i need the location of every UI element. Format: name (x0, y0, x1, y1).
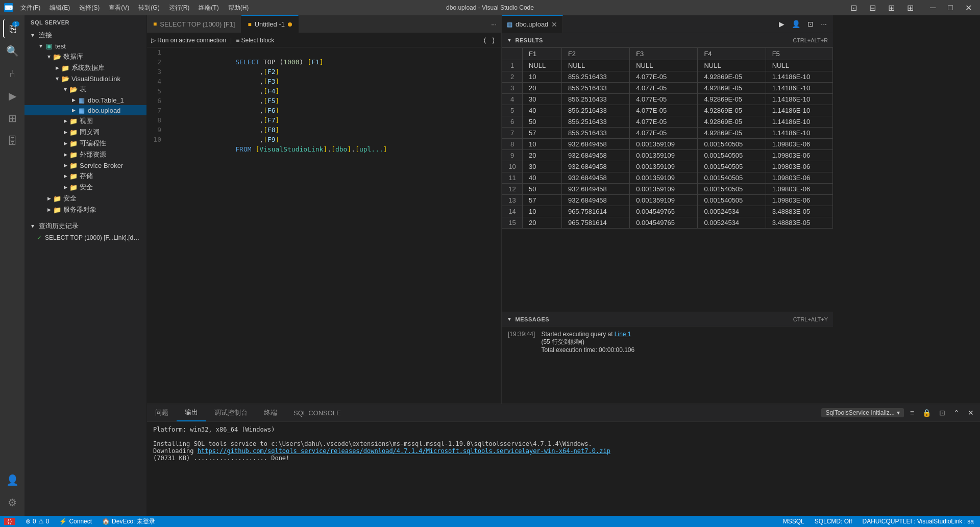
sidebar: SQL SERVER 连接 ▣ test 📂 数据库 (24, 15, 147, 516)
status-mssql[interactable]: MSSQL (781, 518, 806, 525)
results-tab-close[interactable]: ✕ (551, 20, 557, 29)
editor-toolbar: ▷ Run on active connection | ≡ Select bl… (147, 33, 501, 47)
cell-f3: 0.001359109 (630, 139, 698, 150)
editor-tab-sql[interactable]: ■ SELECT TOP (1000) [F1] (147, 15, 241, 33)
panel-list-icon[interactable]: ≡ (908, 409, 916, 417)
activity-database[interactable]: 🗄 (3, 132, 21, 150)
col-header-f1[interactable]: F1 (523, 48, 562, 60)
panel-close-icon[interactable]: ✕ (966, 409, 976, 417)
download-link[interactable]: https://github.com/sqltools service/rele… (198, 447, 610, 455)
status-remote[interactable]: ⟨⟩ (4, 518, 15, 525)
cell-f4: 0.001540505 (698, 184, 766, 195)
activity-run[interactable]: ▶ (3, 87, 21, 105)
table2-icon: ▦ (78, 106, 86, 114)
activity-settings[interactable]: ⚙ (3, 493, 21, 512)
sidebar-item-tables[interactable]: 📂 表 (24, 84, 146, 95)
panel-tab-problems[interactable]: 问题 (147, 404, 177, 421)
col-header-f3[interactable]: F3 (630, 48, 698, 60)
cell-f1: 30 (523, 161, 562, 172)
panel-copy-icon[interactable]: ⊡ (937, 409, 947, 417)
editor-tab-untitled[interactable]: ■ Untitled -1 (241, 15, 299, 33)
col-header-f4[interactable]: F4 (698, 48, 766, 60)
status-sqlcmd[interactable]: SQLCMD: Off (813, 518, 854, 525)
title-bar-left: ⌨ 文件(F) 编辑(E) 选择(S) 查看(V) 转到(G) 运行(R) 终端… (4, 3, 253, 13)
sidebar-item-table2[interactable]: ▦ dbo.upload (24, 105, 146, 115)
panel-tab-sql-console[interactable]: SQL CONSOLE (285, 404, 349, 421)
sidebar-item-databases[interactable]: 📂 数据库 (24, 51, 146, 62)
code-content[interactable]: SELECT TOP (1000) [F1] ,[F2] ,[F3] ,[F4] (167, 47, 494, 404)
sidebar-item-connection[interactable]: 连接 (24, 30, 146, 41)
data-table-container[interactable]: F1 F2 F3 F4 F5 1 NULL NULL NULL NULL (502, 47, 833, 312)
sidebar-item-visualstudiolink[interactable]: 📂 VisualStudioLink (24, 73, 146, 84)
toolbar-separator: | (230, 37, 232, 44)
output-dropdown[interactable]: SqlToolsService Initializ... ▾ (821, 408, 903, 417)
run-icon-btn[interactable]: ▶ (777, 20, 787, 28)
sidebar-item-table1[interactable]: ▦ dbo.Table_1 (24, 95, 146, 105)
history-item-1[interactable]: ✓ SELECT TOP (1000) [F...Link].[dbo].[up… (24, 233, 146, 243)
vsl-label: VisualStudioLink (71, 75, 120, 83)
sidebar-item-synonyms[interactable]: 📁 同义词 (24, 127, 146, 138)
col-header-row-num (502, 48, 523, 60)
menu-terminal[interactable]: 终端(T) (194, 3, 223, 13)
history-header[interactable]: 查询历史记录 (24, 219, 146, 233)
person-icon-btn[interactable]: 👤 (790, 20, 802, 28)
sidebar-item-external[interactable]: 📁 外部资源 (24, 149, 146, 160)
split-icon[interactable]: ⊞ (884, 3, 899, 13)
activity-account[interactable]: 👤 (3, 471, 21, 489)
sidebar-item-storage[interactable]: 📁 存储 (24, 170, 146, 182)
minimize-button[interactable]: ─ (926, 3, 940, 12)
menu-help[interactable]: 帮助(H) (224, 3, 253, 13)
editor-icon-1[interactable]: ⟨ (481, 36, 488, 44)
table-row: 15 20 965.7581614 0.004549765 0.00524534… (502, 217, 833, 229)
sidebar-item-programmability[interactable]: 📁 可编程性 (24, 138, 146, 149)
sidebar-item-security[interactable]: 📁 安全 (24, 193, 146, 204)
sidebar-item-views[interactable]: 📁 视图 (24, 115, 146, 127)
sidebar-item-systemdb[interactable]: 📁 系统数据库 (24, 62, 146, 73)
menu-view[interactable]: 查看(V) (105, 3, 133, 13)
cell-row-num: 10 (502, 161, 523, 172)
panel-tab-debug[interactable]: 调试控制台 (206, 404, 256, 421)
sidebar-item-server[interactable]: ▣ test (24, 41, 146, 51)
activity-extensions[interactable]: ⊞ (3, 109, 21, 128)
panels-icon[interactable]: ⊟ (865, 3, 880, 13)
split-icon-btn[interactable]: ⊡ (805, 20, 816, 28)
status-errors[interactable]: ⊗ 0 ⚠ 0 (23, 518, 51, 525)
col-header-f5[interactable]: F5 (766, 48, 832, 60)
sidebar-item-security-vsl[interactable]: 📁 安全 (24, 182, 146, 193)
activity-search[interactable]: 🔍 (3, 42, 21, 60)
status-user[interactable]: DAHU\CQUPTLEI : VisualStudioLink : sa (860, 518, 976, 525)
grid-icon[interactable]: ⊞ (903, 3, 918, 13)
more-icon-btn[interactable]: ··· (819, 20, 829, 28)
menu-goto[interactable]: 转到(G) (134, 3, 163, 13)
menu-file[interactable]: 文件(F) (16, 3, 44, 13)
cell-f4: 0.001540505 (698, 139, 766, 150)
status-connect[interactable]: ⚡ Connect (57, 518, 94, 525)
menu-edit[interactable]: 编辑(E) (45, 3, 74, 13)
tab-more-button[interactable]: ··· (487, 15, 501, 33)
status-deveco[interactable]: 🏠 DevEco: 未登录 (100, 517, 157, 526)
databases-label: 数据库 (63, 52, 83, 61)
sidebar-item-service-broker[interactable]: 📁 Service Broker (24, 160, 146, 170)
panel-tab-terminal[interactable]: 终端 (256, 404, 285, 421)
editor-scrollbar[interactable] (494, 47, 501, 404)
results-tab[interactable]: ▦ dbo.upload ✕ (502, 15, 563, 33)
message-line-3: Total execution time: 00:00:00.106 (541, 346, 634, 354)
sidebar-item-server-objects[interactable]: 📁 服务器对象 (24, 204, 146, 215)
layout-icon[interactable]: ⊡ (846, 3, 861, 13)
select-block-button[interactable]: ≡ Select block (236, 37, 274, 44)
col-header-f2[interactable]: F2 (561, 48, 629, 60)
cell-row-num: 2 (502, 71, 523, 83)
editor-icon-2[interactable]: ⟩ (490, 36, 497, 44)
run-query-button[interactable]: ▷ Run on active connection (151, 37, 226, 44)
restore-button[interactable]: □ (944, 3, 957, 12)
activity-source-control[interactable]: ⑃ (3, 64, 21, 83)
panel-lock-icon[interactable]: 🔒 (920, 409, 933, 417)
panel-maximize-icon[interactable]: ⌃ (951, 409, 962, 417)
activity-explorer[interactable]: ⎘ 1 (3, 19, 21, 38)
panel-tab-output[interactable]: 输出 (177, 404, 206, 421)
message-link[interactable]: Line 1 (615, 331, 631, 338)
menu-select[interactable]: 选择(S) (75, 3, 104, 13)
menu-run[interactable]: 运行(R) (165, 3, 194, 13)
table1-icon: ▦ (78, 96, 86, 104)
close-button[interactable]: ✕ (961, 3, 976, 13)
